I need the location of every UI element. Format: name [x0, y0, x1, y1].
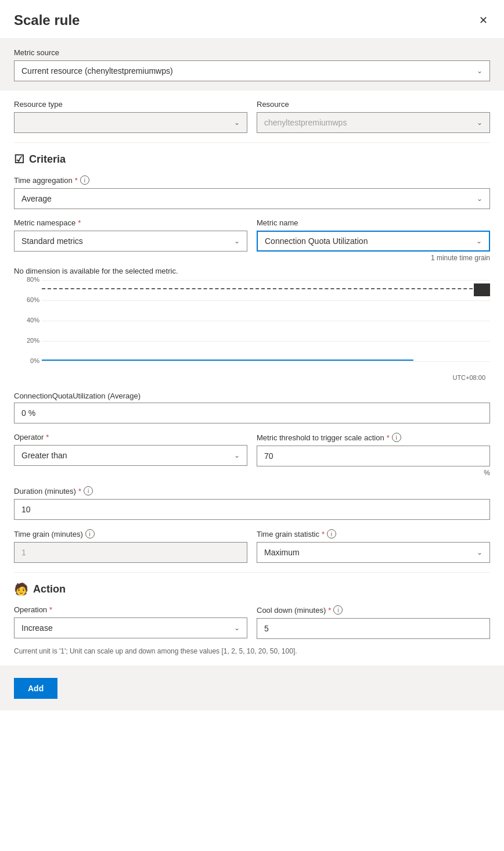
metric-namespace-chevron-icon: ⌄ — [234, 237, 240, 245]
metric-row: Metric namespace * Standard metrics ⌄ Me… — [14, 218, 490, 252]
metric-name-label: Metric name — [257, 218, 490, 227]
gridline-20 — [42, 341, 490, 342]
criteria-section: ☑ Criteria Time aggregation * i Average … — [0, 143, 504, 572]
time-grain-statistic-label: Time grain statistic * i — [257, 529, 490, 538]
metric-value-input[interactable] — [14, 403, 490, 423]
add-button[interactable]: Add — [14, 678, 57, 699]
resource-type-field: Resource type ⌄ — [14, 100, 247, 133]
time-grain-statistic-chevron-icon: ⌄ — [477, 548, 483, 556]
threshold-input[interactable] — [257, 446, 490, 466]
operation-chevron-icon: ⌄ — [234, 624, 240, 632]
time-grain-minutes-input — [14, 542, 247, 563]
resource-row: Resource type ⌄ Resource chenyltestpremi… — [14, 100, 490, 133]
time-grain-minutes-field: Time grain (minutes) i — [14, 529, 247, 563]
metric-namespace-required: * — [78, 218, 81, 227]
cool-down-info-icon[interactable]: i — [333, 605, 343, 615]
chart-area: 80% 60% 40% 20% — [14, 280, 490, 373]
chart-label-40: 40% — [14, 317, 39, 324]
threshold-required: * — [387, 433, 390, 442]
gridline-80 — [42, 280, 490, 281]
operation-select[interactable]: Increase ⌄ — [14, 617, 247, 638]
time-grain-statistic-select[interactable]: Maximum ⌄ — [257, 542, 490, 563]
cool-down-label: Cool down (minutes) * i — [257, 605, 490, 615]
chart-label-0: 0% — [14, 357, 39, 364]
chart-container: 80% 60% 40% 20% — [14, 280, 490, 385]
duration-label: Duration (minutes) * i — [14, 486, 490, 495]
chart-label-80: 80% — [14, 276, 39, 283]
panel-footer: Add — [0, 666, 504, 710]
action-heading: Action — [33, 583, 66, 595]
operator-chevron-icon: ⌄ — [234, 451, 240, 459]
criteria-icon: ☑ — [14, 152, 24, 166]
time-grain-statistic-required: * — [322, 530, 325, 538]
duration-input[interactable] — [14, 499, 490, 520]
duration-info-icon[interactable]: i — [84, 486, 93, 495]
action-icon: 🧑 — [14, 582, 28, 596]
threshold-dashed-line — [42, 288, 490, 289]
time-grain-text: 1 minute time grain — [14, 254, 490, 262]
time-grain-minutes-label: Time grain (minutes) i — [14, 529, 247, 538]
panel-title: Scale rule — [14, 12, 80, 28]
time-grain-statistic-info-icon[interactable]: i — [327, 529, 336, 538]
threshold-label: Metric threshold to trigger scale action… — [257, 433, 490, 442]
duration-field: Duration (minutes) * i — [14, 486, 490, 520]
cool-down-field: Cool down (minutes) * i — [257, 605, 490, 639]
operator-threshold-row: Operator * Greater than ⌄ Metric thresho… — [14, 433, 490, 466]
operator-required: * — [46, 433, 49, 441]
time-aggregation-field: Time aggregation * i Average ⌄ — [14, 175, 490, 209]
threshold-field: Metric threshold to trigger scale action… — [257, 433, 490, 466]
resource-field: Resource chenyltestpremiumwps ⌄ — [257, 100, 490, 133]
metric-source-label: Metric source — [14, 48, 490, 57]
operation-field: Operation * Increase ⌄ — [14, 605, 247, 639]
time-aggregation-info-icon[interactable]: i — [80, 175, 89, 185]
operator-select[interactable]: Greater than ⌄ — [14, 445, 247, 466]
criteria-header: ☑ Criteria — [14, 152, 490, 166]
resource-select[interactable]: chenyltestpremiumwps ⌄ — [257, 112, 490, 133]
time-grain-minutes-info-icon[interactable]: i — [85, 529, 95, 538]
cool-down-input[interactable] — [257, 618, 490, 639]
threshold-suffix: % — [14, 469, 490, 477]
metric-source-select[interactable]: Current resource (chenyltestpremiumwps) … — [14, 60, 490, 81]
chevron-down-icon: ⌄ — [477, 67, 483, 75]
chart-blue-line — [42, 360, 413, 361]
operation-required: * — [49, 605, 52, 614]
operation-label: Operation * — [14, 605, 247, 614]
metric-name-field: Metric name Connection Quota Utilization… — [257, 218, 490, 252]
no-dimension-text: No dimension is available for the select… — [14, 267, 490, 275]
chart-label-60: 60% — [14, 296, 39, 303]
metric-namespace-select[interactable]: Standard metrics ⌄ — [14, 231, 247, 252]
time-aggregation-required: * — [75, 176, 78, 185]
metric-source-section: Metric source Current resource (chenylte… — [0, 39, 504, 91]
cool-down-required: * — [328, 606, 331, 615]
gridline-40 — [42, 321, 490, 321]
metric-namespace-label: Metric namespace * — [14, 218, 247, 227]
chart-label-20: 20% — [14, 337, 39, 344]
time-aggregation-chevron-icon: ⌄ — [477, 195, 483, 203]
chart-timezone: UTC+08:00 — [14, 374, 490, 381]
time-aggregation-label: Time aggregation * i — [14, 175, 490, 185]
resource-type-select[interactable]: ⌄ — [14, 112, 247, 133]
operator-label: Operator * — [14, 433, 247, 441]
gridline-60 — [42, 300, 490, 301]
metric-name-select[interactable]: Connection Quota Utilization ⌄ — [257, 231, 490, 252]
close-icon: ✕ — [479, 14, 488, 27]
resource-type-chevron-icon: ⌄ — [234, 119, 240, 127]
metric-namespace-field: Metric namespace * Standard metrics ⌄ — [14, 218, 247, 252]
panel-header: Scale rule ✕ — [0, 0, 504, 39]
action-footer-text: Current unit is '1'; Unit can scale up a… — [14, 646, 490, 656]
time-aggregation-select[interactable]: Average ⌄ — [14, 188, 490, 209]
resource-section: Resource type ⌄ Resource chenyltestpremi… — [0, 91, 504, 142]
gridline-0 — [42, 361, 490, 362]
chart-gridlines-area: 80% 60% 40% 20% — [14, 280, 490, 361]
resource-chevron-icon: ⌄ — [477, 119, 483, 127]
close-button[interactable]: ✕ — [477, 12, 490, 29]
action-section: 🧑 Action Operation * Increase ⌄ Cool dow… — [0, 573, 504, 666]
threshold-info-icon[interactable]: i — [392, 433, 401, 442]
action-header: 🧑 Action — [14, 582, 490, 596]
metric-name-chevron-icon: ⌄ — [476, 237, 482, 245]
action-row: Operation * Increase ⌄ Cool down (minute… — [14, 605, 490, 639]
resource-type-label: Resource type — [14, 100, 247, 109]
metric-value-label: ConnectionQuotaUtilization (Average) — [14, 392, 490, 400]
chart-black-block — [474, 283, 490, 296]
time-grain-row: Time grain (minutes) i Time grain statis… — [14, 529, 490, 563]
